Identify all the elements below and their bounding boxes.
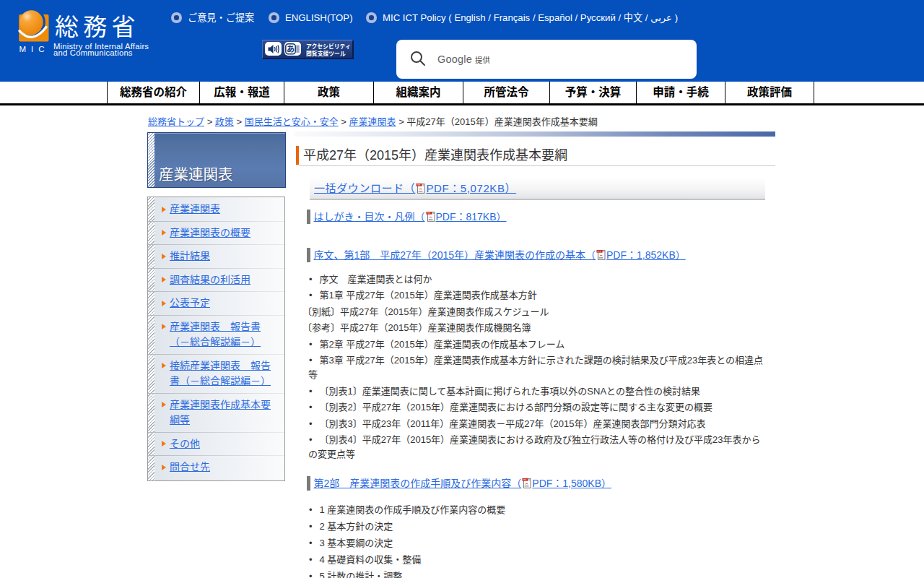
svg-text:あ: あ	[287, 45, 295, 53]
